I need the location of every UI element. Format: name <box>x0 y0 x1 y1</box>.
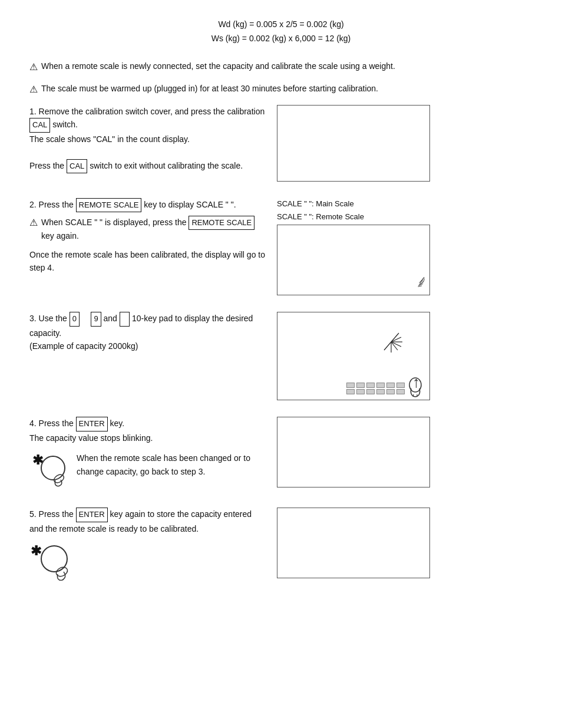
step-2-num: 2. <box>29 200 39 209</box>
asterisk-circle-hand-icon-5: ✱ <box>29 542 77 581</box>
step-1-left: 1. Remove the calibration switch cover, … <box>29 105 277 174</box>
svg-point-21 <box>41 546 67 572</box>
step-2-display <box>277 225 430 295</box>
svg-point-18 <box>41 456 65 480</box>
keypad-btn-4 <box>376 383 385 388</box>
step-4-display <box>277 417 430 487</box>
step-4-sub-text: When the remote scale has been changed o… <box>77 452 265 478</box>
flash-icon-3 <box>376 330 406 354</box>
hand-icon-3 <box>405 377 426 397</box>
step-2-sub: Once the remote scale has been calibrate… <box>29 248 265 275</box>
step-1-text-b: switch.The scale shows "CAL" in the coun… <box>29 120 190 144</box>
asterisk-circle-hand-icon-4: ✱ <box>29 452 71 487</box>
key-blank[interactable] <box>120 312 130 327</box>
cal-key-1[interactable]: CAL <box>29 118 50 133</box>
step-4-icon: ✱ <box>29 452 71 490</box>
formula-line1: Wd (kg) = 0.005 x 2/5 = 0.002 (kg) <box>29 18 533 32</box>
step-4-right <box>277 417 533 487</box>
keypad-btn-2 <box>356 383 365 388</box>
step-1-text-d: switch to exit without calibrating the s… <box>90 161 243 170</box>
step-2-scale-label2: SCALE " ": Remote Scale <box>277 211 364 223</box>
remote-scale-key-1[interactable]: REMOTE SCALE <box>76 198 142 213</box>
formula-section: Wd (kg) = 0.005 x 2/5 = 0.002 (kg) Ws (k… <box>29 18 533 46</box>
warning-icon-3: ⚠ <box>29 216 38 230</box>
svg-text:✱: ✱ <box>31 543 42 558</box>
warning-1: ⚠ When a remote scale is newly connected… <box>29 60 533 74</box>
step-3-display: ↑ <box>277 312 430 400</box>
svg-line-7 <box>391 333 399 342</box>
step-5-display <box>277 508 430 578</box>
svg-point-22 <box>55 565 69 578</box>
step-4-text-a: Press the <box>39 419 76 428</box>
keypad-btn-7 <box>346 389 355 394</box>
step-3-left: 3. Use the 0 9 and 10-key pad to display… <box>29 312 277 353</box>
keypad-buttons <box>346 383 405 388</box>
keypad-btn-11 <box>386 389 395 394</box>
keypad-btn-3 <box>366 383 375 388</box>
warning-icon-1: ⚠ <box>29 60 38 74</box>
step-3-num: 3. <box>29 314 39 323</box>
warning-text-2: The scale must be warmed up (plugged in)… <box>41 83 378 95</box>
step-5-row: 5. Press the ENTER key again to store th… <box>29 508 533 585</box>
step-2-row: 2. Press the REMOTE SCALE key to display… <box>29 198 533 296</box>
step-1-text-c: Press the <box>29 161 67 170</box>
step-2-warning-text: When SCALE " " is displayed, press the R… <box>41 216 265 242</box>
step-4-left: 4. Press the ENTER key.The capacity valu… <box>29 417 277 491</box>
svg-line-8 <box>391 337 401 342</box>
step-3-row: 3. Use the 0 9 and 10-key pad to display… <box>29 312 533 400</box>
step-5-num: 5. <box>29 509 39 519</box>
keypad-btn-10 <box>376 389 385 394</box>
step-2-text-b: key to display SCALE " ". <box>144 200 236 209</box>
steps-area: 1. Remove the calibration switch cover, … <box>29 105 533 585</box>
step-4-row: 4. Press the ENTER key.The capacity valu… <box>29 417 533 491</box>
step-3-text-a: Use the <box>39 314 70 323</box>
keypad-buttons-row2 <box>346 389 405 394</box>
step-3-spacer <box>82 314 91 323</box>
step-1-num: 1. <box>29 107 39 116</box>
step-2-left: 2. Press the REMOTE SCALE key to display… <box>29 198 277 275</box>
enter-key-2[interactable]: ENTER <box>76 508 108 522</box>
step-3-text-c: (Example of capacity 2000kg) <box>29 341 138 351</box>
step-4-sub-area: ✱ When the remote scale has been changed… <box>29 452 265 490</box>
keypad-btn-8 <box>356 389 365 394</box>
enter-key-1[interactable]: ENTER <box>76 417 108 431</box>
keypad-btn-5 <box>386 383 395 388</box>
keypad-btn-9 <box>366 389 375 394</box>
step-2-right: SCALE " ": Main Scale SCALE " ": Remote … <box>277 198 533 296</box>
key-0[interactable]: 0 <box>70 312 80 327</box>
step-3-and: and <box>104 314 120 323</box>
step-1-row: 1. Remove the calibration switch cover, … <box>29 105 533 182</box>
keypad-btn-6 <box>396 383 405 388</box>
step-5-icon-area: ✱ <box>29 542 265 584</box>
step-5-text-a: Press the <box>39 509 76 519</box>
svg-line-13 <box>384 342 391 350</box>
flash-icon-2 <box>404 269 425 290</box>
cal-key-2[interactable]: CAL <box>67 159 87 174</box>
formula-line2: Ws (kg) = 0.002 (kg) x 6,000 = 12 (kg) <box>29 32 533 46</box>
keypad-btn-1 <box>346 383 355 388</box>
step-1-text-a: Remove the calibration switch cover, and… <box>39 107 265 116</box>
keypad-btn-12 <box>396 389 405 394</box>
remote-scale-key-2[interactable]: REMOTE SCALE <box>189 216 254 230</box>
step-1-display <box>277 105 430 182</box>
step-3-right: ↑ <box>277 312 533 400</box>
warning-2: ⚠ The scale must be warmed up (plugged i… <box>29 83 533 97</box>
step-5-right <box>277 508 533 578</box>
key-9[interactable]: 9 <box>91 312 101 327</box>
step-2-scale-label1: SCALE " ": Main Scale <box>277 198 354 210</box>
step-5-left: 5. Press the ENTER key again to store th… <box>29 508 277 585</box>
step-4-num: 4. <box>29 419 39 428</box>
warning-icon-2: ⚠ <box>29 83 38 97</box>
step-2-warning: ⚠ When SCALE " " is displayed, press the… <box>29 216 265 242</box>
step-2-text-a: Press the <box>39 200 76 209</box>
warning-text-1: When a remote scale is newly connected, … <box>41 60 395 73</box>
step-1-right <box>277 105 533 182</box>
